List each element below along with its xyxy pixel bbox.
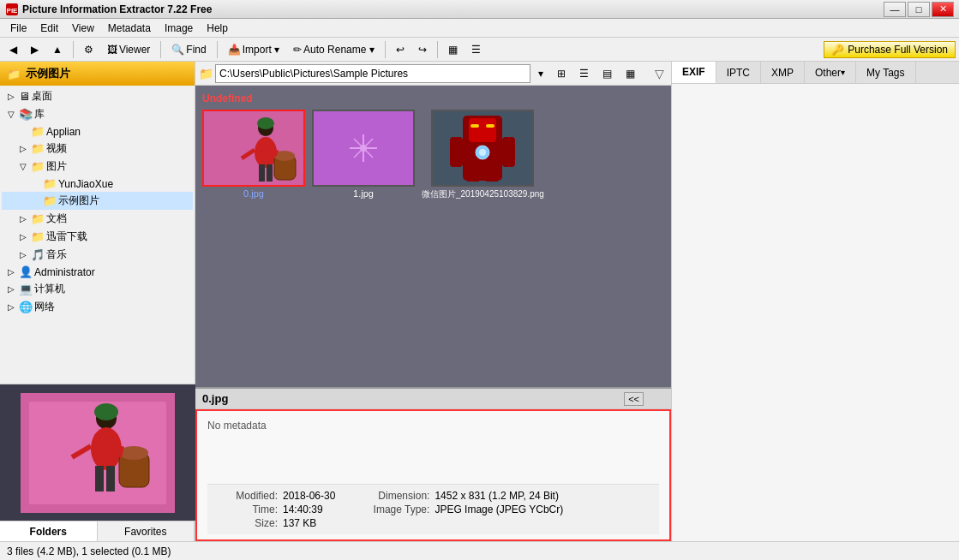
svg-rect-17 xyxy=(267,164,273,182)
maximize-button[interactable]: □ xyxy=(908,2,930,17)
separator-5 xyxy=(437,41,438,58)
tab-folders[interactable]: Folders xyxy=(0,521,98,541)
up-button[interactable]: ▲ xyxy=(46,40,69,59)
size-value: 137 KB xyxy=(283,517,316,529)
tree-item-desktop[interactable]: ▷ 🖥 桌面 xyxy=(2,87,193,105)
expand-icon[interactable]: ▷ xyxy=(5,92,17,101)
tree-item-music[interactable]: ▷ 🎵 音乐 xyxy=(2,246,193,264)
purchase-button[interactable]: 🔑 Purchase Full Version xyxy=(824,41,956,58)
file-info-content: No metadata Modified: 2018-06-30 Time: 1… xyxy=(195,409,671,541)
computer-icon: 💻 xyxy=(19,283,33,295)
tree-item-sample-selected[interactable]: 📁 示例图片 xyxy=(2,192,193,210)
svg-rect-38 xyxy=(450,137,463,167)
undo-button[interactable]: ↩ xyxy=(390,40,411,59)
import-button[interactable]: 📥 Import ▾ xyxy=(222,40,285,59)
tab-xmp[interactable]: XMP xyxy=(761,62,805,83)
expand-icon[interactable]: ▷ xyxy=(17,144,29,153)
menu-metadata[interactable]: Metadata xyxy=(101,21,158,36)
svg-text:PIE: PIE xyxy=(7,7,19,15)
path-dropdown[interactable]: ▾ xyxy=(532,64,549,83)
expand-icon[interactable]: ▽ xyxy=(17,162,29,171)
expand-icon[interactable]: ▷ xyxy=(5,284,17,294)
left-panel: 📁 示例图片 ▷ 🖥 桌面 ▽ 📚 库 xyxy=(0,62,195,541)
view-mode-1[interactable]: ⊞ xyxy=(551,64,572,83)
close-button[interactable]: ✕ xyxy=(932,2,954,17)
key-icon: 🔑 xyxy=(831,44,844,56)
file-thumb-1[interactable]: 1.jpg xyxy=(312,110,415,200)
expand-icon[interactable]: ▷ xyxy=(5,302,17,312)
autorename-button[interactable]: ✏ Auto Rename ▾ xyxy=(287,40,381,59)
svg-line-11 xyxy=(119,446,122,457)
menu-view[interactable]: View xyxy=(65,21,101,36)
imagetype-entry: Image Type: JPEG Image (JPEG YCbCr) xyxy=(369,503,563,515)
thumb-label-2: 微信图片_20190425103829.png xyxy=(422,188,544,200)
file-info-header: 0.jpg << xyxy=(195,389,671,409)
meta-row-1: Modified: 2018-06-30 Time: 14:40:39 Size… xyxy=(218,490,649,529)
tree-item-yunjiaxue[interactable]: 📁 YunJiaoXue xyxy=(2,176,193,192)
redo-button[interactable]: ↪ xyxy=(412,40,433,59)
expand-icon[interactable]: ▽ xyxy=(5,110,17,119)
tab-exif[interactable]: EXIF xyxy=(672,62,716,83)
tab-favorites[interactable]: Favorites xyxy=(98,521,195,541)
file-grid-area[interactable]: Undefined xyxy=(195,86,671,387)
folder-nav-icon: 📁 xyxy=(199,67,213,80)
expand-icon[interactable]: ▷ xyxy=(5,267,17,277)
settings-button[interactable]: ⚙ xyxy=(78,40,99,59)
toolbar: ◀ ▶ ▲ ⚙ 🖼 Viewer 🔍 Find 📥 Import ▾ ✏ Aut… xyxy=(0,38,959,62)
menu-image[interactable]: Image xyxy=(158,21,200,36)
menu-bar: File Edit View Metadata Image Help xyxy=(0,19,959,38)
main-layout: 📁 示例图片 ▷ 🖥 桌面 ▽ 📚 库 xyxy=(0,62,959,541)
tree-item-admin[interactable]: ▷ 👤 Administrator xyxy=(2,264,193,280)
view-mode-2[interactable]: ☰ xyxy=(573,64,595,83)
tab-other-dropdown-icon[interactable]: ▾ xyxy=(841,68,845,77)
center-panel: 📁 C:\Users\Public\Pictures\Sample Pictur… xyxy=(195,62,672,541)
path-input[interactable]: C:\Users\Public\Pictures\Sample Pictures xyxy=(215,64,530,83)
separator-1 xyxy=(73,41,74,58)
tree-item-computer[interactable]: ▷ 💻 计算机 xyxy=(2,280,193,298)
tree-item-network[interactable]: ▷ 🌐 网络 xyxy=(2,298,193,316)
minimize-button[interactable]: — xyxy=(884,2,906,17)
tree-item-docs[interactable]: ▷ 📁 文档 xyxy=(2,210,193,228)
tree-item-xunlei[interactable]: ▷ 📁 迅雷下载 xyxy=(2,228,193,246)
thumb-svg-2 xyxy=(433,111,532,185)
tab-mytags[interactable]: My Tags xyxy=(856,62,915,83)
tab-iptc[interactable]: IPTC xyxy=(716,62,761,83)
view-mode-4[interactable]: ▦ xyxy=(620,64,641,83)
thumb-image-1 xyxy=(312,110,415,187)
svg-rect-36 xyxy=(467,166,479,182)
view-grid-button[interactable]: ▦ xyxy=(442,40,464,59)
tree-item-library[interactable]: ▽ 📚 库 xyxy=(2,105,193,123)
collapse-button[interactable]: << xyxy=(624,392,644,406)
tree-item-video[interactable]: ▷ 📁 视频 xyxy=(2,140,193,158)
expand-icon[interactable]: ▷ xyxy=(17,214,29,223)
expand-icon[interactable]: ▷ xyxy=(17,232,29,241)
back-button[interactable]: ◀ xyxy=(3,40,23,59)
file-thumb-0[interactable]: 0.jpg xyxy=(202,110,305,200)
preview-area xyxy=(0,384,195,521)
file-thumb-2[interactable]: 微信图片_20190425103829.png xyxy=(422,110,544,200)
list-icon: ☰ xyxy=(471,44,481,56)
imagetype-label: Image Type: xyxy=(369,503,429,515)
tree-item-pictures[interactable]: ▽ 📁 图片 xyxy=(2,158,193,176)
svg-point-35 xyxy=(479,149,486,156)
viewer-button[interactable]: 🖼 Viewer xyxy=(101,40,156,59)
file-tree[interactable]: ▷ 🖥 桌面 ▽ 📚 库 📁 Applian xyxy=(0,86,195,384)
tab-other[interactable]: Other ▾ xyxy=(805,62,856,83)
forward-button[interactable]: ▶ xyxy=(25,40,45,59)
thumb-label-0: 0.jpg xyxy=(243,188,264,199)
menu-help[interactable]: Help xyxy=(200,21,235,36)
separator-3 xyxy=(217,41,218,58)
menu-file[interactable]: File xyxy=(3,21,33,36)
view-list-button[interactable]: ☰ xyxy=(465,40,487,59)
autorename-icon: ✏ xyxy=(293,44,302,56)
view-mode-3[interactable]: ▤ xyxy=(596,64,618,83)
tree-item-applian[interactable]: 📁 Applian xyxy=(2,123,193,140)
dimension-entry: Dimension: 1452 x 831 (1.2 MP, 24 Bit) xyxy=(369,490,563,502)
expand-icon[interactable]: ▷ xyxy=(17,250,29,259)
svg-rect-32 xyxy=(471,124,479,128)
menu-edit[interactable]: Edit xyxy=(33,21,65,36)
dimension-label: Dimension: xyxy=(369,490,429,502)
find-button[interactable]: 🔍 Find xyxy=(165,40,212,59)
music-icon: 🎵 xyxy=(31,248,45,261)
right-tabs: EXIF IPTC XMP Other ▾ My Tags xyxy=(672,62,959,84)
